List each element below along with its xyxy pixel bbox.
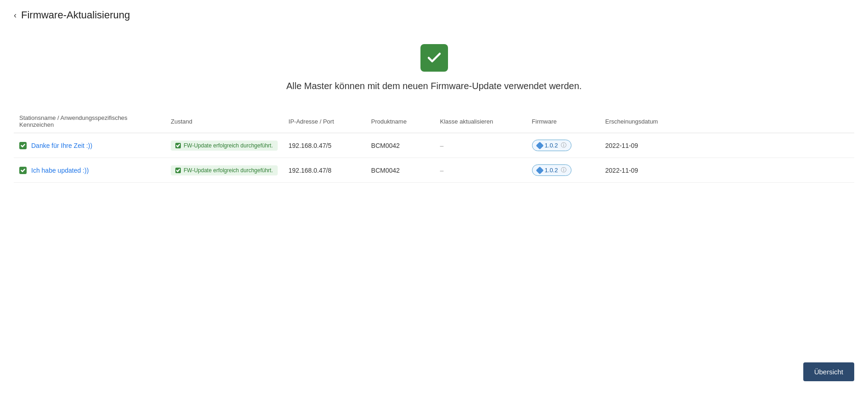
- col-header-status: Zustand: [165, 110, 283, 133]
- status-badge-0: FW-Update erfolgreich durchgeführt.: [171, 141, 278, 151]
- back-button[interactable]: ‹: [14, 11, 17, 20]
- row-checkbox-1[interactable]: [19, 167, 27, 174]
- col-header-firmware: Firmware: [526, 110, 600, 133]
- row-checkbox-0[interactable]: [19, 142, 27, 149]
- firmware-info-icon-1[interactable]: ⓘ: [561, 166, 566, 174]
- station-link-1[interactable]: Ich habe updated :)): [31, 167, 89, 174]
- col-header-ip: IP-Adresse / Port: [283, 110, 366, 133]
- table-row: Danke für Ihre Zeit :)) FW-Update erfolg…: [14, 133, 854, 158]
- success-icon: [420, 44, 448, 72]
- badge-check-icon-0: [175, 143, 181, 148]
- overview-button[interactable]: Übersicht: [803, 362, 854, 381]
- table-row: Ich habe updated :)) FW-Update erfolgrei…: [14, 158, 854, 183]
- firmware-table: Stationsname / Anwendungsspezifisches Ke…: [14, 110, 854, 183]
- firmware-badge-1[interactable]: 1.0.2 ⓘ: [532, 164, 572, 176]
- table-header-row: Stationsname / Anwendungsspezifisches Ke…: [14, 110, 854, 133]
- product-cell-0: BCM0042: [366, 133, 435, 158]
- col-header-date: Erscheinungsdatum: [600, 110, 854, 133]
- date-cell-1: 2022-11-09: [600, 158, 854, 183]
- station-cell-1: Ich habe updated :)): [14, 158, 165, 183]
- ip-cell-0: 192.168.0.47/5: [283, 133, 366, 158]
- col-header-class: Klasse aktualisieren: [435, 110, 526, 133]
- class-cell-0: –: [435, 133, 526, 158]
- product-cell-1: BCM0042: [366, 158, 435, 183]
- firmware-diamond-icon-0: [536, 141, 543, 149]
- ip-cell-1: 192.168.0.47/8: [283, 158, 366, 183]
- success-section: Alle Master können mit dem neuen Firmwar…: [0, 30, 868, 110]
- firmware-diamond-icon-1: [536, 166, 543, 174]
- page-header: ‹ Firmware-Aktualisierung: [0, 0, 868, 30]
- date-cell-0: 2022-11-09: [600, 133, 854, 158]
- status-badge-1: FW-Update erfolgreich durchgeführt.: [171, 165, 278, 175]
- station-link-0[interactable]: Danke für Ihre Zeit :)): [31, 142, 92, 149]
- col-header-product: Produktname: [366, 110, 435, 133]
- status-cell-1: FW-Update erfolgreich durchgeführt.: [165, 158, 283, 183]
- col-header-station: Stationsname / Anwendungsspezifisches Ke…: [14, 110, 165, 133]
- firmware-cell-1: 1.0.2 ⓘ: [526, 158, 600, 183]
- station-cell-0: Danke für Ihre Zeit :)): [14, 133, 165, 158]
- firmware-info-icon-0[interactable]: ⓘ: [561, 141, 566, 149]
- class-cell-1: –: [435, 158, 526, 183]
- firmware-table-container: Stationsname / Anwendungsspezifisches Ke…: [0, 110, 868, 183]
- page-title: Firmware-Aktualisierung: [21, 9, 130, 21]
- status-cell-0: FW-Update erfolgreich durchgeführt.: [165, 133, 283, 158]
- success-message: Alle Master können mit dem neuen Firmwar…: [286, 81, 582, 91]
- badge-check-icon-1: [175, 168, 181, 173]
- firmware-badge-0[interactable]: 1.0.2 ⓘ: [532, 140, 572, 151]
- firmware-cell-0: 1.0.2 ⓘ: [526, 133, 600, 158]
